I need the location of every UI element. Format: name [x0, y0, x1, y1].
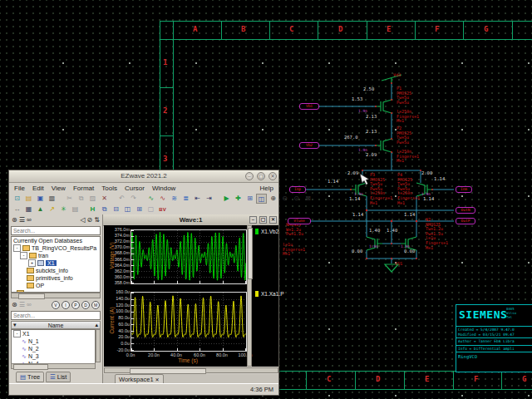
- ezwave-window[interactable]: EZwave 2021.2 – ▢ ✕ File Edit View Forma…: [8, 170, 279, 396]
- list-view-icon[interactable]: ☰: [19, 301, 25, 308]
- port-outp[interactable]: OutP: [456, 218, 475, 224]
- run-icon[interactable]: ▶: [221, 194, 232, 204]
- filter-current-icon[interactable]: I: [62, 301, 70, 309]
- legend-label-voltage[interactable]: X1.Vb2: [261, 229, 278, 234]
- measure-icon[interactable]: H: [87, 204, 98, 214]
- header-dropdown-icon[interactable]: ▾: [12, 322, 18, 328]
- port-vb2[interactable]: Vb2: [299, 142, 319, 149]
- zoom-in-icon[interactable]: ⊕: [268, 194, 278, 204]
- close-button[interactable]: ✕: [268, 172, 277, 180]
- signal-list[interactable]: - X1 ∿N_1 ∿N_2 ∿N_3 ∿N_4: [11, 329, 96, 364]
- tree-item-subckts[interactable]: subckts_info: [12, 267, 100, 274]
- tree-item-x1[interactable]: + X1: [12, 259, 100, 267]
- tile-horizontal-icon[interactable]: ⊟: [111, 204, 121, 214]
- bus-signal-icon[interactable]: ≣: [180, 194, 191, 204]
- port-vtune[interactable]: VTune: [288, 218, 311, 224]
- signal-search-input[interactable]: [11, 311, 101, 320]
- chart-icon[interactable]: ▲: [35, 204, 46, 214]
- wave-minimize-button[interactable]: –: [249, 216, 257, 224]
- menu-help[interactable]: Help: [260, 185, 273, 192]
- signal-root[interactable]: - X1: [12, 330, 95, 337]
- sort-icon[interactable]: ⇅: [94, 216, 100, 224]
- tree-item-primitives[interactable]: primitives_info: [12, 274, 100, 282]
- previous-edge-icon[interactable]: ⇤: [192, 194, 203, 204]
- menu-format[interactable]: Format: [73, 185, 94, 192]
- sort-ascending-icon[interactable]: ▴: [93, 322, 100, 328]
- hierarchy-icon[interactable]: ⊛: [12, 216, 17, 224]
- expander-icon[interactable]: -: [13, 244, 21, 252]
- tree-item-database[interactable]: - TB_RingVCO_ResultsPa: [12, 244, 100, 252]
- tree-item-tran[interactable]: - tran: [12, 252, 100, 259]
- wave-window[interactable]: Wave:1 – ▢ ✕ 376.0m 374.0m 372.0m 370.0m…: [103, 214, 278, 383]
- pan-icon[interactable]: ↔: [12, 204, 22, 214]
- signal-item[interactable]: ∿N_3: [12, 352, 95, 360]
- wave-title-bar[interactable]: Wave:1 – ▢ ✕: [103, 214, 278, 226]
- expander-icon[interactable]: -: [20, 252, 27, 259]
- port-inm[interactable]: Inm: [456, 186, 472, 193]
- voltage-plot[interactable]: [131, 229, 247, 284]
- list-view-icon[interactable]: ☰: [19, 216, 25, 224]
- bitview-icon[interactable]: BV: [157, 204, 168, 214]
- current-waveform-canvas[interactable]: [131, 293, 246, 351]
- zoom-box-icon[interactable]: ⊠: [303, 194, 313, 204]
- wave-vertical-scrollbar[interactable]: [247, 225, 252, 367]
- expander-icon[interactable]: -: [13, 330, 21, 337]
- signal-list-horizontal-scrollbar[interactable]: [11, 363, 96, 369]
- workspace-close-icon[interactable]: ✕: [155, 377, 160, 382]
- hierarchy-icon[interactable]: ⊛: [12, 301, 17, 308]
- tree-horizontal-scrollbar[interactable]: [11, 293, 101, 298]
- menu-edit[interactable]: Edit: [32, 185, 44, 192]
- delete-icon[interactable]: ✕: [99, 194, 110, 204]
- open-icon[interactable]: ▤: [23, 194, 34, 204]
- collapse-icon[interactable]: ◁: [80, 216, 85, 224]
- link-icon[interactable]: ∞: [27, 301, 32, 308]
- tile-grid-icon[interactable]: ⊞: [134, 204, 145, 214]
- print-icon[interactable]: ▩: [47, 194, 57, 204]
- redo-icon[interactable]: ↷: [128, 194, 139, 204]
- zoom-full-icon[interactable]: ⊙: [291, 194, 302, 204]
- copy-icon[interactable]: ⧉: [76, 194, 86, 204]
- current-plot[interactable]: [131, 292, 247, 352]
- paste-icon[interactable]: ▨: [87, 194, 98, 204]
- maximize-button[interactable]: ▢: [257, 172, 265, 180]
- menu-view[interactable]: View: [52, 185, 66, 192]
- cut-icon[interactable]: ✂: [64, 194, 75, 204]
- signal-item[interactable]: ∿N_1: [12, 337, 95, 345]
- transistor-p1[interactable]: [376, 100, 392, 113]
- menu-cursor[interactable]: Cursor: [125, 185, 145, 192]
- next-edge-icon[interactable]: ⇥: [204, 194, 214, 204]
- table-icon[interactable]: ⊞: [244, 194, 255, 204]
- drop-signal-icon[interactable]: ∿: [157, 194, 168, 204]
- menu-window[interactable]: Window: [152, 185, 175, 192]
- tab-list[interactable]: ☰ List: [46, 372, 71, 382]
- undo-icon[interactable]: ↶: [116, 194, 127, 204]
- menu-file[interactable]: File: [14, 185, 25, 192]
- expander-icon[interactable]: +: [28, 259, 36, 267]
- transistor-p2[interactable]: [376, 139, 392, 152]
- signal-item[interactable]: ∿N_2: [12, 345, 95, 352]
- port-vb1[interactable]: Vb1: [299, 103, 319, 110]
- new-window-icon[interactable]: ⊡: [12, 194, 22, 204]
- tree-item-op[interactable]: OP: [12, 282, 100, 289]
- wave-horizontal-scrollbar[interactable]: [104, 367, 278, 373]
- report-icon[interactable]: ▤: [70, 204, 81, 214]
- database-tree[interactable]: Currently Open Databases - TB_RingVCO_Re…: [11, 236, 101, 293]
- tab-tree[interactable]: ▤ Tree: [16, 372, 44, 382]
- zoom-out-icon[interactable]: ⊖: [279, 194, 290, 204]
- cursor-green-icon[interactable]: ✳: [58, 204, 69, 214]
- legend-label-current[interactable]: X1.Xa1.P: [261, 291, 283, 297]
- link-icon[interactable]: ∞: [27, 216, 32, 224]
- filter-icon[interactable]: ⊘: [87, 216, 93, 224]
- marker-icon[interactable]: ✚: [233, 194, 244, 204]
- filter-voltage-icon[interactable]: V: [52, 301, 60, 309]
- minimize-button[interactable]: –: [245, 172, 254, 180]
- wave-restore-button[interactable]: ▢: [259, 216, 267, 224]
- filter-digital-icon[interactable]: D: [81, 301, 90, 309]
- stack-windows-icon[interactable]: ⧉: [99, 204, 110, 214]
- wave-close-button[interactable]: ✕: [269, 216, 277, 224]
- port-inp[interactable]: Inp: [289, 186, 306, 193]
- cursor-yellow-icon[interactable]: ↗: [47, 204, 57, 214]
- port-outn[interactable]: OutN: [456, 207, 475, 214]
- wave-plot-area[interactable]: 376.0m 374.0m 372.0m 370.0m 368.0m 366.0…: [104, 225, 278, 367]
- tile-vertical-icon[interactable]: ◫: [122, 204, 133, 214]
